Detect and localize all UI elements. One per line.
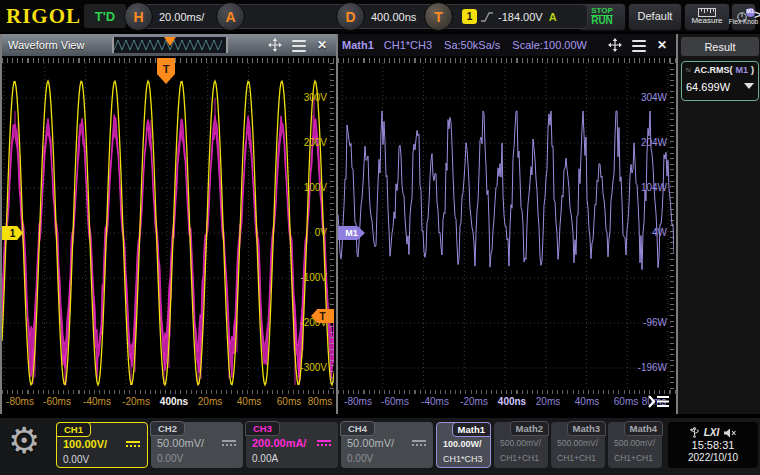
- power-label: -196W: [638, 362, 667, 373]
- rising-edge-icon: [480, 11, 494, 23]
- time-label: 80ms: [308, 396, 332, 407]
- math-time-ruler: [338, 56, 676, 63]
- volt-label: 100V: [304, 182, 327, 193]
- settings-gear-icon[interactable]: ⚙: [8, 420, 40, 462]
- close-window-icon[interactable]: ✕: [317, 38, 327, 52]
- time-label: 40ms: [237, 396, 261, 407]
- delay-knob-button[interactable]: D: [336, 2, 365, 31]
- math1-sample-rate: Sa:50kSa/s: [444, 39, 500, 51]
- usb-icon: [690, 427, 699, 438]
- waveform-overview-strip[interactable]: [112, 37, 228, 53]
- waveform-plot-area[interactable]: 300V 200V 100V 0V -100V -200V -300V 1 T: [2, 63, 334, 390]
- time-label: 60ms: [614, 396, 638, 407]
- result-dropdown-icon[interactable]: [744, 83, 754, 94]
- analog-waveforms: [2, 63, 334, 390]
- trigger-source-badge: 1: [462, 9, 477, 24]
- default-button[interactable]: Default: [628, 3, 682, 31]
- ch2-tab[interactable]: CH2: [150, 421, 185, 436]
- speaker-muted-icon: [724, 428, 736, 438]
- time-label-center: 400ns: [498, 396, 526, 407]
- expand-menu-icon[interactable]: [648, 394, 670, 413]
- flex-knob-button[interactable]: M1 Flex Knob: [731, 3, 756, 31]
- close-window-icon[interactable]: ✕: [657, 38, 667, 52]
- ch1-offset: 0.00V: [63, 454, 89, 465]
- status-box[interactable]: LXI 15:58:31 2022/10/10: [668, 422, 758, 468]
- waveform-view-title: Waveform View: [8, 39, 84, 51]
- default-label: Default: [638, 11, 673, 23]
- math3-card[interactable]: Math3 500.00mV/ CH1+CH1: [551, 422, 605, 468]
- math1-tab[interactable]: Math1: [452, 422, 491, 437]
- time-label: -80ms: [344, 396, 372, 407]
- clock-time: 15:58:31: [692, 439, 735, 451]
- trigger-level-value: -184.00V: [498, 11, 543, 23]
- waveform-view-panel: Waveform View ✕ T 300V 200V 100V 0V -: [0, 34, 336, 414]
- measure-button[interactable]: Measure: [684, 3, 730, 31]
- window-menu-icon[interactable]: [632, 38, 646, 52]
- ch4-scale: 50.00mV/: [347, 437, 394, 449]
- horizontal-knob-button[interactable]: H: [124, 2, 153, 31]
- stop-label: STOP: [591, 7, 613, 15]
- time-label: -40ms: [421, 396, 449, 407]
- ch4-offset: 0.00V: [347, 453, 373, 464]
- result-function: AC.RMS(: [694, 65, 733, 75]
- horizontal-letter: H: [133, 9, 143, 25]
- math-plot-area[interactable]: 304W 204W 104W 4W -96W -196W -296W -296W…: [338, 63, 674, 390]
- acquire-pill[interactable]: [228, 4, 352, 29]
- power-label: 104W: [641, 182, 667, 193]
- ch2-card[interactable]: CH2 50.00mV/ 0.00V: [151, 422, 243, 468]
- run-label: RUN: [591, 15, 613, 27]
- ch2-scale: 50.00mV/: [157, 437, 204, 449]
- ch3-tab[interactable]: CH3: [245, 421, 280, 436]
- math3-tab[interactable]: Math3: [567, 421, 606, 436]
- math4-card[interactable]: Math4 500.00mV/ CH1+CH1: [608, 422, 662, 468]
- horizontal-scale-value: 20.00ms/: [159, 11, 204, 23]
- math1-expr: CH1*CH3: [443, 454, 483, 464]
- window-menu-icon[interactable]: [292, 38, 306, 52]
- math1-title: Math1: [342, 39, 374, 51]
- math2-tab[interactable]: Math2: [510, 421, 549, 436]
- math1-scale: 100.00W/: [443, 439, 482, 449]
- ch3-card[interactable]: CH3 200.00mA/ 0.00A: [246, 422, 338, 468]
- result-value: 64.699W: [686, 81, 730, 93]
- math4-scale: 500.00mV/: [614, 438, 655, 448]
- dc-coupling-icon: [126, 441, 140, 447]
- math1-scale: Scale:100.00W: [512, 39, 587, 51]
- math1-header[interactable]: Math1 CH1*CH3 Sa:50kSa/s Scale:100.00W ✕: [338, 34, 676, 57]
- measurement-result-card[interactable]: AC.RMS(M1) 64.699W: [681, 61, 759, 101]
- trigger-knob-button[interactable]: T: [424, 2, 453, 31]
- waveform-thumb-icon: [686, 65, 691, 75]
- time-label-center: 400ns: [160, 396, 188, 407]
- time-label: -60ms: [43, 396, 71, 407]
- math4-tab[interactable]: Math4: [624, 421, 663, 436]
- math2-card[interactable]: Math2 500.00mV/ CH1+CH1: [494, 422, 548, 468]
- time-label: 20ms: [536, 396, 560, 407]
- math-waveform: [338, 63, 674, 390]
- move-window-icon[interactable]: [268, 38, 282, 56]
- math2-expr: CH1+CH1: [500, 453, 539, 463]
- volt-label: -300V: [300, 362, 327, 373]
- result-header: Result: [681, 37, 759, 56]
- ch3-offset: 0.00A: [252, 453, 278, 464]
- ch1-tab[interactable]: CH1: [56, 422, 91, 437]
- dc-coupling-icon: [412, 440, 426, 446]
- clock-date: 2022/10/10: [688, 452, 738, 463]
- time-label: 40ms: [575, 396, 599, 407]
- top-toolbar: RIGOL T'D 20.00ms/ H A 50kSa/s Norm 10kp…: [0, 0, 760, 32]
- ch4-card[interactable]: CH4 50.00mV/ 0.00V: [341, 422, 433, 468]
- ch1-card[interactable]: CH1 100.00V/ 0.00V: [56, 422, 148, 468]
- move-window-icon[interactable]: [608, 38, 622, 56]
- math1-card[interactable]: Math1 100.00W/ CH1*CH3: [436, 422, 491, 468]
- math-vertical-ruler: [670, 63, 674, 390]
- math3-expr: CH1+CH1: [557, 453, 596, 463]
- acquire-knob-button[interactable]: A: [216, 2, 245, 31]
- ch4-tab[interactable]: CH4: [340, 421, 375, 436]
- toolbar-scroll-right[interactable]: >: [754, 7, 760, 22]
- trigger-letter: T: [434, 9, 443, 25]
- overview-position-marker[interactable]: [164, 37, 176, 52]
- lxi-label: LXI: [704, 427, 720, 438]
- time-label: -20ms: [122, 396, 150, 407]
- trigger-pill[interactable]: 1 -184.00V A: [436, 4, 588, 29]
- waveform-view-header[interactable]: Waveform View ✕: [2, 34, 336, 56]
- volt-label: 0V: [315, 227, 327, 238]
- math4-expr: CH1+CH1: [614, 453, 653, 463]
